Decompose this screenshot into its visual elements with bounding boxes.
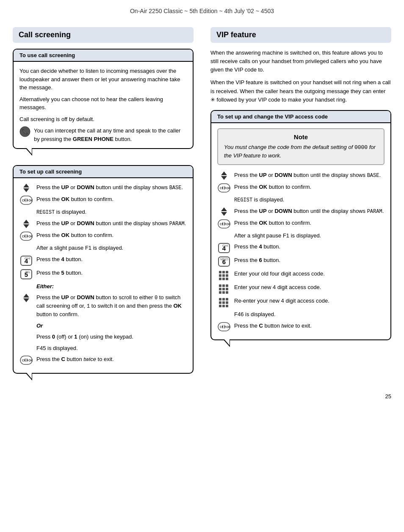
- setup-call-screening-box: To set up call screening Press the UP or…: [13, 165, 194, 374]
- vip-setup-title: To set up and change the VIP access code: [211, 111, 390, 123]
- svg-text:C: C: [22, 235, 24, 238]
- main-content: Call screening To use call screening You…: [0, 19, 404, 389]
- step-text: Or: [36, 322, 187, 330]
- setup-steps-list: Press the UP or DOWN button until the di…: [19, 183, 187, 365]
- setup-box-notch-inner: [26, 372, 32, 379]
- step-text: Either:: [36, 282, 187, 291]
- step-text: Press 0 (off) or 1 (on) using the keypad…: [36, 333, 187, 341]
- step-text: REGIST is displayed.: [234, 196, 385, 204]
- header-title: On-Air 2250 Classic ~ 5th Edition ~ 4th …: [130, 8, 274, 14]
- svg-marker-19: [222, 186, 223, 190]
- updown-icon: [19, 294, 33, 302]
- step-row: GHI 4 Press the 4 button.: [217, 243, 385, 253]
- step-text: After a slight pause F1 is displayed.: [234, 232, 385, 240]
- svg-text:C: C: [22, 359, 24, 362]
- num4-icon: GHI 4: [217, 243, 231, 253]
- step-text: After a slight pause F1 is displayed.: [36, 244, 187, 252]
- step-row: Press the UP or DOWN button until the di…: [19, 183, 187, 192]
- ok-icon: C OK: [19, 232, 33, 241]
- step-text: Press the UP or DOWN button until the di…: [36, 183, 187, 192]
- svg-marker-9: [24, 234, 25, 238]
- step-text: Press the UP or DOWN button until the di…: [36, 219, 187, 228]
- note-box: Note You must change the code from the d…: [217, 128, 385, 165]
- svg-marker-14: [24, 358, 25, 362]
- step-text: Press the OK button to confirm.: [234, 219, 385, 227]
- step-row: Either:: [19, 282, 187, 291]
- step-row: Or: [19, 322, 187, 330]
- ok-icon: C OK: [19, 356, 33, 365]
- keypad-icon: [217, 284, 231, 294]
- step-text: Enter your new 4 digit access code.: [234, 283, 385, 292]
- svg-text:OK: OK: [226, 325, 230, 328]
- step-row: C OK Press the OK button to confirm.: [217, 219, 385, 229]
- green-phone-icon: 📞: [19, 127, 30, 137]
- num4-icon: GHI 4: [19, 256, 33, 266]
- use-call-screening-body: You can decide whether to listen to inco…: [14, 62, 193, 148]
- vip-para-2: When the VIP feature is switched on your…: [210, 78, 391, 104]
- svg-marker-30: [224, 325, 226, 329]
- use-para-2: Alternatively you can choose not to hear…: [19, 95, 187, 112]
- use-para-1: You can decide whether to listen to inco…: [19, 67, 187, 92]
- svg-text:C: C: [220, 325, 222, 328]
- step-text: Press the UP or DOWN button until the di…: [234, 207, 385, 215]
- step-row: After a slight pause F1 is displayed.: [217, 232, 385, 240]
- svg-text:C: C: [220, 187, 222, 190]
- step-row: JKL 5 Press the 5 button.: [19, 269, 187, 279]
- num6-icon: MNO 6: [217, 256, 231, 267]
- ok-icon: C OK: [217, 183, 231, 193]
- step-row: C OK Press the C button twice to exit.: [19, 355, 187, 365]
- svg-text:OK: OK: [28, 235, 33, 238]
- step-text: F46 is displayed.: [234, 310, 385, 319]
- step-text: Enter your old four digit access code.: [234, 270, 385, 278]
- step-row: REGIST is displayed.: [217, 196, 385, 204]
- keypad-icon: [217, 270, 231, 280]
- step-row: Re-enter your new 4 digit access code.: [217, 297, 385, 307]
- step-row: F46 is displayed.: [217, 310, 385, 319]
- setup-call-screening-title: To set up call screening: [14, 166, 193, 178]
- step-row: C OK Press the OK button to confirm.: [19, 195, 187, 205]
- use-para-3: Call screening is off by default.: [19, 115, 187, 124]
- step-row: REGIST is displayed.: [19, 208, 187, 216]
- updown-icon: [19, 184, 33, 192]
- vip-para-1: When the answering machine is switched o…: [210, 49, 391, 74]
- vip-feature-title: VIP feature: [210, 27, 391, 43]
- svg-marker-20: [224, 186, 226, 190]
- step-text: REGIST is displayed.: [36, 208, 187, 216]
- svg-text:OK: OK: [28, 199, 33, 202]
- vip-setup-box: To set up and change the VIP access code…: [210, 110, 391, 340]
- step-text: Press the OK button to confirm.: [36, 231, 187, 240]
- step-row: Press the UP or DOWN button until the di…: [217, 171, 385, 180]
- svg-marker-10: [27, 234, 28, 238]
- ok-icon: C OK: [217, 219, 231, 229]
- svg-text:C: C: [22, 199, 24, 202]
- step-text: Press the C button twice to exit.: [36, 355, 187, 364]
- svg-marker-15: [27, 358, 28, 362]
- step-text: Press the UP or DOWN button to scroll to…: [36, 293, 187, 319]
- step-text: Press the 5 button.: [36, 269, 187, 277]
- use-box-notch-inner: [26, 148, 32, 154]
- svg-text:C: C: [220, 223, 222, 226]
- vip-intro: When the answering machine is switched o…: [210, 49, 391, 104]
- step-text: F45 is displayed.: [36, 344, 187, 353]
- svg-text:OK: OK: [226, 187, 230, 190]
- setup-call-screening-body: Press the UP or DOWN button until the di…: [14, 178, 193, 373]
- vip-steps-list: Press the UP or DOWN button until the di…: [217, 171, 385, 331]
- step-row: Press the UP or DOWN button until the di…: [19, 219, 187, 228]
- vip-setup-body: Note You must change the code from the d…: [211, 123, 390, 339]
- svg-text:OK: OK: [28, 359, 33, 362]
- step-row: Enter your new 4 digit access code.: [217, 283, 385, 294]
- svg-marker-24: [222, 222, 223, 226]
- step-text: Press the C button twice to exit.: [234, 322, 385, 330]
- step-row: F45 is displayed.: [19, 344, 187, 353]
- call-screening-title: Call screening: [13, 27, 194, 43]
- ok-icon: C OK: [217, 322, 231, 331]
- step-row: Press 0 (off) or 1 (on) using the keypad…: [19, 333, 187, 341]
- ok-icon: C OK: [19, 196, 33, 205]
- keypad-icon: [217, 297, 231, 307]
- step-text: Re-enter your new 4 digit access code.: [234, 297, 385, 305]
- note-title: Note: [224, 133, 378, 141]
- right-column: VIP feature When the answering machine i…: [202, 27, 391, 380]
- step-text: Press the 4 button.: [234, 243, 385, 251]
- note-text: You must change the code from the defaul…: [224, 143, 378, 160]
- use-call-screening-title: To use call screening: [14, 50, 193, 62]
